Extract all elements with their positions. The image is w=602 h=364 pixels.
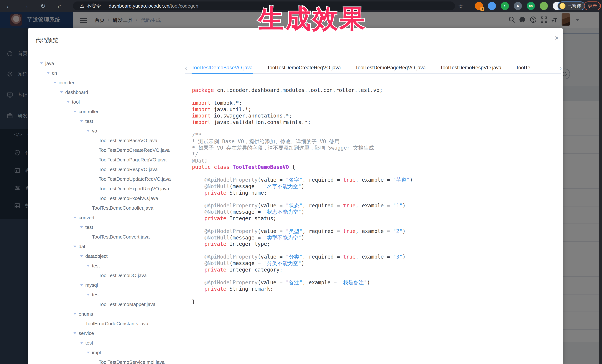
code-line	[192, 222, 563, 228]
tree-node-label: ToolTestDemoDO.java	[99, 273, 147, 278]
tree-node-label: dashboard	[65, 90, 88, 95]
tree-file[interactable]: ToolTestDemoServiceImpl.java	[99, 359, 164, 364]
extension-sprout[interactable]	[540, 2, 548, 10]
tree-folder[interactable]: convert	[74, 214, 94, 221]
tree-folder[interactable]: vo	[87, 127, 97, 134]
tree-node-label: iocoder	[59, 80, 74, 86]
code-line	[192, 196, 563, 203]
caret-down-icon[interactable]	[80, 120, 83, 122]
caret-down-icon[interactable]	[80, 226, 83, 228]
extension-gray-gem[interactable]: ◆	[514, 2, 522, 10]
file-tab[interactable]: ToolTe	[516, 63, 530, 74]
caret-down-icon[interactable]	[74, 111, 76, 113]
tree-node-label: ToolTestDemoBaseVO.java	[99, 138, 157, 144]
tree-file[interactable]: ToolTestDemoExcelVO.java	[99, 195, 158, 202]
caret-down-icon[interactable]	[74, 332, 76, 334]
extension-blue-pin[interactable]	[488, 2, 496, 10]
tree-file[interactable]: ToolTestDemoDO.java	[99, 272, 147, 279]
caret-down-icon[interactable]	[74, 246, 76, 247]
tree-folder[interactable]: java	[40, 60, 54, 67]
tree-folder[interactable]: test	[87, 291, 100, 298]
tree-folder[interactable]: cn	[47, 70, 57, 76]
tree-folder[interactable]: controller	[74, 108, 98, 115]
caret-down-icon[interactable]	[47, 72, 50, 74]
browser-scrollbar[interactable]	[599, 12, 602, 364]
file-tab[interactable]: ToolTestDemoPageReqVO.java	[355, 63, 426, 74]
extension-orange-circle[interactable]: 1	[475, 2, 483, 10]
caret-down-icon[interactable]	[80, 342, 83, 344]
tree-file[interactable]: ToolTestDemoPageReqVO.java	[99, 156, 167, 163]
tree-node-label: ToolTestDemoRespVO.java	[99, 166, 158, 172]
code-line: @NotNull(message = "名字不能为空")	[192, 183, 563, 190]
caret-down-icon[interactable]	[87, 265, 90, 267]
caret-down-icon[interactable]	[74, 217, 76, 218]
tree-folder[interactable]: tool	[67, 99, 80, 105]
tree-node-label: ToolTestDemoCreateReqVO.java	[99, 147, 170, 153]
tree-node-label: convert	[79, 215, 94, 220]
file-tab[interactable]: ToolTestDemoRespVO.java	[440, 63, 501, 74]
tree-folder[interactable]: impl	[87, 349, 101, 356]
caret-down-icon[interactable]	[54, 82, 56, 83]
tree-file[interactable]: ToolTestDemoExportReqVO.java	[99, 185, 169, 192]
tree-file[interactable]: ToolTestDemoBaseVO.java	[99, 137, 157, 144]
caret-down-icon[interactable]	[74, 313, 76, 315]
tree-file[interactable]: ToolErrorCodeConstants.java	[85, 320, 148, 327]
bookmark-star-icon[interactable]: ☆	[458, 2, 464, 10]
browser-forward-icon[interactable]: →	[23, 3, 29, 9]
extension-on-switch[interactable]: on	[527, 2, 535, 10]
tree-node-label: test	[92, 292, 100, 298]
extension-green-y[interactable]: Y	[501, 2, 509, 10]
browser-home-icon[interactable]: ⌂	[58, 3, 62, 9]
tab-scroll-right-icon[interactable]: ›	[559, 64, 562, 72]
code-line: */	[192, 151, 563, 158]
caret-down-icon[interactable]	[60, 91, 63, 93]
tree-folder[interactable]: iocoder	[54, 79, 74, 86]
tree-file[interactable]: ToolTestDemoConvert.java	[92, 234, 150, 240]
code-line	[192, 273, 563, 280]
tree-file[interactable]: ToolTestDemoCreateReqVO.java	[99, 147, 170, 154]
tree-folder[interactable]: test	[87, 262, 100, 269]
caret-down-icon[interactable]	[80, 284, 83, 286]
code-line: private Integer status;	[192, 215, 563, 222]
caret-down-icon[interactable]	[87, 294, 90, 296]
tree-folder[interactable]: enums	[74, 311, 93, 317]
security-warning-label: 不安全	[86, 3, 101, 9]
tree-folder[interactable]: dashboard	[60, 89, 88, 96]
browser-menu-icon[interactable]: ⋮	[597, 3, 602, 9]
code-line: @NotNull(message = "类型不能为空")	[192, 235, 563, 241]
code-line: @ApiModelProperty(value = "类型", required…	[192, 228, 563, 235]
file-tab[interactable]: ToolTestDemoBaseVO.java	[192, 63, 253, 74]
browser-reload-icon[interactable]: ↻	[40, 3, 46, 9]
tree-folder[interactable]: mysql	[80, 282, 98, 288]
tree-folder[interactable]: test	[80, 224, 93, 230]
profile-chip[interactable]: 已暂停	[558, 1, 585, 10]
url-divider	[105, 3, 105, 9]
tree-file[interactable]: ToolTestDemoUpdateReqVO.java	[99, 176, 171, 182]
code-editor[interactable]: package cn.iocoder.dashboard.modules.too…	[192, 87, 563, 305]
caret-down-icon[interactable]	[67, 101, 70, 103]
browser-back-icon[interactable]: ←	[6, 3, 12, 9]
tree-file[interactable]: ToolTestDemoRespVO.java	[99, 166, 158, 173]
tree-folder[interactable]: test	[80, 118, 93, 125]
file-tab-bar: ‹ ToolTestDemoBaseVO.javaToolTestDemoCre…	[185, 63, 561, 74]
caret-down-icon[interactable]	[40, 62, 43, 64]
tree-node-label: ToolTestDemoPageReqVO.java	[99, 157, 167, 163]
tree-node-label: ToolTestDemoMapper.java	[99, 302, 155, 307]
caret-down-icon[interactable]	[87, 130, 90, 132]
security-warning-icon[interactable]: ⚠	[80, 3, 84, 9]
close-icon[interactable]: ×	[555, 34, 559, 42]
file-tab[interactable]: ToolTestDemoCreateReqVO.java	[267, 63, 341, 74]
tree-folder[interactable]: dal	[74, 243, 85, 250]
screen: 芋道管理系统 首页 / 研发工具 / 代码生成	[0, 0, 602, 364]
tree-folder[interactable]: service	[74, 330, 94, 337]
tree-node-label: ToolTestDemoExcelVO.java	[99, 196, 158, 201]
code-line: @ApiModelProperty(value = "状态", required…	[192, 203, 563, 209]
caret-down-icon[interactable]	[87, 352, 90, 354]
tree-file[interactable]: ToolTestDemoController.java	[92, 205, 153, 211]
tree-node-label: impl	[92, 350, 101, 355]
tree-file[interactable]: ToolTestDemoMapper.java	[99, 301, 155, 308]
caret-down-icon[interactable]	[80, 255, 83, 257]
tree-folder[interactable]: dataobject	[80, 253, 108, 260]
tab-scroll-left-icon[interactable]: ‹	[185, 64, 187, 72]
tree-folder[interactable]: test	[80, 340, 93, 346]
